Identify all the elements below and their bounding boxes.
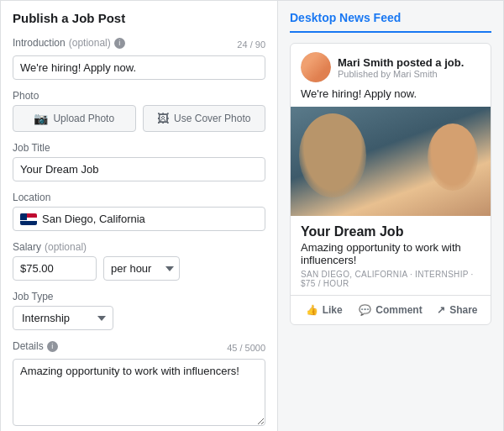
- share-button[interactable]: ↗ Share: [424, 299, 491, 321]
- introduction-info-icon[interactable]: i: [114, 38, 125, 49]
- photo-group: Photo 📷 Upload Photo 🖼 Use Cover Photo: [13, 90, 265, 132]
- details-textarea[interactable]: Amazing opportunity to work with influen…: [13, 359, 265, 426]
- salary-label: Salary (optional): [13, 241, 265, 253]
- salary-row: per hour per day per week per month per …: [13, 256, 265, 281]
- introduction-input[interactable]: [13, 55, 265, 80]
- face-silhouette-2: [428, 124, 478, 191]
- job-title-input[interactable]: [13, 157, 265, 181]
- job-type-label: Job Type: [13, 291, 265, 302]
- image-icon: 🖼: [157, 112, 169, 125]
- preview-card: Mari Smith posted a job. Published by Ma…: [290, 43, 491, 325]
- location-value: San Diego, California: [42, 213, 145, 225]
- preview-job-title: Your Dream Job: [301, 224, 480, 239]
- comment-button[interactable]: 💬 Comment: [357, 299, 423, 321]
- share-icon: ↗: [437, 304, 445, 316]
- poster-name: Mari Smith posted a job.: [338, 56, 464, 69]
- avatar-image: [301, 52, 331, 82]
- page-title: Publish a Job Post: [13, 11, 265, 25]
- use-cover-photo-button[interactable]: 🖼 Use Cover Photo: [143, 105, 266, 132]
- preview-job-meta: SAN DIEGO, CALIFORNIA · INTERNSHIP · $75…: [301, 270, 480, 288]
- introduction-group: Introduction (optional) i 24 / 90: [13, 37, 265, 80]
- face-silhouette-1: [299, 113, 366, 197]
- preview-job-info: Your Dream Job Amazing opportunity to wo…: [291, 216, 491, 295]
- job-type-select[interactable]: Full-Time Part-Time Internship Volunteer…: [13, 306, 113, 330]
- location-input[interactable]: San Diego, California: [13, 207, 265, 231]
- avatar: [301, 52, 331, 82]
- like-button[interactable]: 👍 Like: [291, 299, 357, 321]
- right-panel: Desktop News Feed Mari Smith posted a jo…: [278, 1, 503, 431]
- photo-label: Photo: [13, 90, 265, 102]
- comment-icon: 💬: [359, 304, 371, 316]
- job-title-group: Job Title: [13, 142, 265, 181]
- location-flag-icon: [20, 213, 37, 225]
- like-icon: 👍: [306, 304, 318, 316]
- location-label: Location: [13, 192, 265, 203]
- details-info-icon[interactable]: i: [47, 341, 58, 352]
- introduction-char-count: 24 / 90: [237, 39, 265, 50]
- preview-header-text: Mari Smith posted a job. Published by Ma…: [338, 56, 464, 79]
- job-type-group: Job Type Full-Time Part-Time Internship …: [13, 291, 265, 330]
- job-title-label: Job Title: [13, 142, 265, 154]
- salary-period-select[interactable]: per hour per day per week per month per …: [103, 256, 180, 281]
- preview-actions: 👍 Like 💬 Comment ↗ Share: [291, 295, 491, 324]
- preview-header: Mari Smith posted a job. Published by Ma…: [291, 44, 491, 87]
- introduction-label: Introduction (optional) i: [13, 37, 125, 49]
- preview-subtitle: Published by Mari Smith: [338, 69, 464, 79]
- location-group: Location San Diego, California: [13, 192, 265, 231]
- preview-intro-text: We're hiring! Apply now.: [291, 87, 491, 107]
- details-label: Details i: [13, 340, 58, 352]
- details-group: Details i 45 / 5000 Amazing opportunity …: [13, 340, 265, 428]
- preview-photo: [291, 107, 491, 216]
- photo-row: 📷 Upload Photo 🖼 Use Cover Photo: [13, 105, 265, 132]
- salary-input[interactable]: [13, 256, 97, 281]
- preview-job-desc: Amazing opportunity to work with influen…: [301, 241, 480, 266]
- left-panel: Publish a Job Post Introduction (optiona…: [1, 1, 278, 431]
- salary-group: Salary (optional) per hour per day per w…: [13, 241, 265, 281]
- preview-title: Desktop News Feed: [290, 11, 491, 33]
- upload-photo-button[interactable]: 📷 Upload Photo: [13, 105, 136, 132]
- details-char-count: 45 / 5000: [227, 343, 265, 353]
- camera-icon: 📷: [34, 112, 48, 125]
